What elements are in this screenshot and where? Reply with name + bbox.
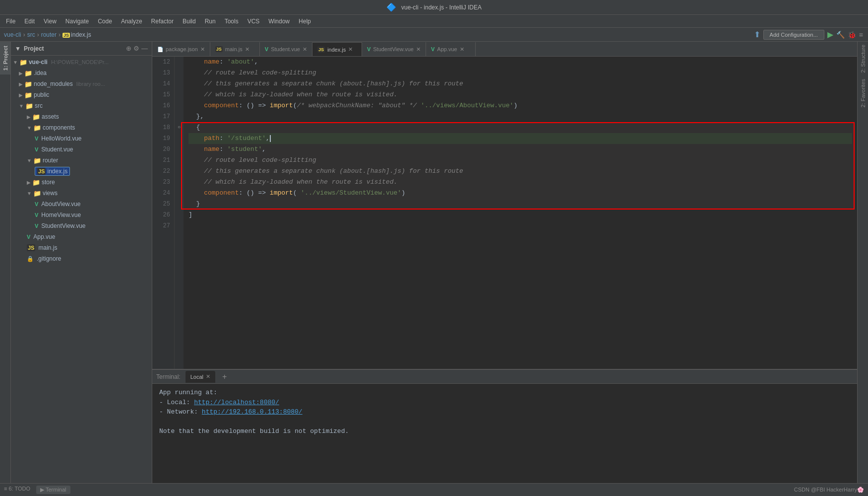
panel-close-icon[interactable]: — xyxy=(141,45,148,52)
build-icon[interactable]: 🔨 xyxy=(836,31,845,39)
terminal-tab-local-label: Local xyxy=(190,374,203,380)
code-content[interactable]: 12 13 14 15 16 17 18 19 20 21 22 23 24 2… xyxy=(152,57,857,369)
terminal-line-4 xyxy=(159,417,850,427)
code-lines[interactable]: name: 'about', // route level code-split… xyxy=(184,57,857,369)
panel-dropdown-icon[interactable]: ▼ xyxy=(15,45,21,52)
tree-item-homeview[interactable]: V HomeView.vue xyxy=(11,210,152,220)
add-config-button[interactable]: Add Configuration... xyxy=(763,30,824,40)
tree-item-gitignore[interactable]: 🔒 .gitignore xyxy=(11,253,152,264)
tab-close-app-vue[interactable]: ✕ xyxy=(460,46,464,53)
breadcrumb-vuecli[interactable]: vue-cli xyxy=(4,31,21,38)
code-line-25: } xyxy=(188,199,852,210)
code-line-21: // route level code-splitting xyxy=(188,155,852,166)
breadcrumb-router[interactable]: router xyxy=(41,31,57,38)
breadcrumb-src[interactable]: src xyxy=(27,31,35,38)
menu-code[interactable]: Code xyxy=(94,17,116,26)
tab-app-vue[interactable]: V App.vue ✕ xyxy=(426,42,476,56)
project-strip-label[interactable]: 1: Project xyxy=(0,42,10,74)
tree-item-vuecli[interactable]: ▼ 📁 vue-cli H:\POWER_NODE\Pr... xyxy=(11,57,152,68)
terminal-tab-local[interactable]: Local ✕ xyxy=(186,371,215,383)
tab-close-package-json[interactable]: ✕ xyxy=(200,46,205,53)
tab-close-index-js[interactable]: ✕ xyxy=(348,46,353,53)
tab-student-vue[interactable]: V Student.vue ✕ xyxy=(260,42,312,56)
triangle-right-icon: ▶ xyxy=(27,114,31,120)
code-line-14: // this generates a separate chunk (abou… xyxy=(188,78,852,89)
panel-settings-icon[interactable]: ⚙ xyxy=(133,45,139,52)
terminal-link-local[interactable]: http://localhost:8080/ xyxy=(194,399,279,406)
folder-icon: 📁 xyxy=(24,70,32,77)
vue-icon: V xyxy=(35,146,38,152)
tree-item-student-vue[interactable]: V Student.vue xyxy=(11,144,152,155)
title-bar: 🔷 vue-cli - index.js - IntelliJ IDEA xyxy=(0,0,868,15)
tree-item-views[interactable]: ▼ 📁 views xyxy=(11,188,152,199)
run-icon[interactable]: ▶ xyxy=(827,30,833,39)
status-bar: ≡ 6: TODO ▶ Terminal CSDN @FBI HackerHar… xyxy=(0,483,868,496)
structure-label[interactable]: 2: Structure xyxy=(859,42,867,76)
search-arrow-icon[interactable]: ⬆ xyxy=(754,30,760,39)
terminal-link-network[interactable]: http://192.168.0.113:8080/ xyxy=(202,408,303,416)
tab-index-js[interactable]: JS index.js ✕ xyxy=(312,42,362,56)
add-terminal-icon[interactable]: + xyxy=(222,372,227,381)
menu-navigate[interactable]: Navigate xyxy=(62,17,93,26)
git-icon: 🔒 xyxy=(27,256,34,262)
menu-view[interactable]: View xyxy=(40,17,61,26)
terminal-tab-add[interactable]: + xyxy=(217,371,232,383)
right-tool-strip: 2: Structure 2: Favorites xyxy=(857,42,868,483)
js-icon: JS xyxy=(27,244,35,251)
terminal-line-3: - Network: http://192.168.0.113:8080/ xyxy=(159,407,850,417)
tree-item-app-vue[interactable]: V App.vue xyxy=(11,231,152,242)
terminal-content: App running at: - Local: http://localhos… xyxy=(152,384,857,483)
tab-main-js[interactable]: JS main.js ✕ xyxy=(210,42,260,56)
menu-vcs[interactable]: VCS xyxy=(244,17,264,26)
tree-item-idea[interactable]: ▶ 📁 .idea xyxy=(11,68,152,78)
terminal-tab-status[interactable]: ▶ Terminal xyxy=(36,486,70,494)
triangle-down-icon: ▼ xyxy=(27,191,32,196)
debug-icon[interactable]: 🐞 xyxy=(848,31,856,39)
tree-item-src[interactable]: ▼ 📁 src xyxy=(11,100,152,111)
tab-package-json[interactable]: 📄 package.json ✕ xyxy=(152,42,210,56)
code-line-18: { xyxy=(188,122,852,133)
menu-analyze[interactable]: Analyze xyxy=(117,17,146,26)
tab-close-main-js[interactable]: ✕ xyxy=(245,46,249,53)
panel-locate-icon[interactable]: ⊕ xyxy=(126,45,131,52)
tree-item-helloworld[interactable]: V HelloWorld.vue xyxy=(11,133,152,144)
menu-help[interactable]: Help xyxy=(295,17,315,26)
tree-item-main-js[interactable]: JS main.js xyxy=(11,242,152,253)
more-icon[interactable]: ≡ xyxy=(859,31,863,39)
menu-window[interactable]: Window xyxy=(264,17,294,26)
vue-icon: V xyxy=(35,136,38,142)
folder-icon: 📁 xyxy=(33,124,41,132)
code-line-16: component: () => import(/* webpackChunkN… xyxy=(188,100,852,111)
folder-icon: 📁 xyxy=(32,179,40,186)
todo-tab[interactable]: ≡ 6: TODO xyxy=(4,486,30,494)
tree-item-node-modules[interactable]: ▶ 📁 node_modules library roo... xyxy=(11,78,152,89)
terminal-line-1: App running at: xyxy=(159,388,850,398)
terminal-tab-close-icon[interactable]: ✕ xyxy=(206,373,210,380)
tab-studentview-vue[interactable]: V StudentView.vue ✕ xyxy=(362,42,426,56)
menu-refactor[interactable]: Refactor xyxy=(147,17,178,26)
tab-close-student-vue[interactable]: ✕ xyxy=(303,46,307,53)
tree-item-components[interactable]: ▼ 📁 components xyxy=(11,122,152,133)
tree-item-public[interactable]: ▶ 📁 public xyxy=(11,89,152,100)
code-line-22: // this generates a separate chunk (abou… xyxy=(188,166,852,177)
tree-item-aboutview[interactable]: V AboutView.vue xyxy=(11,199,152,210)
list-icon: ≡ xyxy=(4,486,7,492)
favorites-label[interactable]: 2: Favorites xyxy=(859,76,867,110)
menu-build[interactable]: Build xyxy=(179,17,200,26)
tab-close-studentview-vue[interactable]: ✕ xyxy=(416,46,421,53)
tree-item-index-js[interactable]: JS index.js xyxy=(11,166,152,177)
code-line-15: // which is lazy-loaded when the route i… xyxy=(188,89,852,100)
tree-item-studentview[interactable]: V StudentView.vue xyxy=(11,220,152,231)
triangle-right-icon: ▶ xyxy=(27,180,31,185)
menu-tools[interactable]: Tools xyxy=(221,17,243,26)
vue-icon: V xyxy=(35,223,38,229)
tree-item-assets[interactable]: ▶ 📁 assets xyxy=(11,111,152,122)
editor-area: 📄 package.json ✕ JS main.js ✕ V Student.… xyxy=(152,42,857,483)
tree-item-store[interactable]: ▶ 📁 store xyxy=(11,177,152,188)
menu-file[interactable]: File xyxy=(2,17,19,26)
code-line-20: name: 'student', xyxy=(188,144,852,155)
triangle-down-icon: ▼ xyxy=(19,103,24,109)
menu-run[interactable]: Run xyxy=(201,17,220,26)
menu-edit[interactable]: Edit xyxy=(20,17,39,26)
tree-item-router[interactable]: ▼ 📁 router xyxy=(11,155,152,166)
